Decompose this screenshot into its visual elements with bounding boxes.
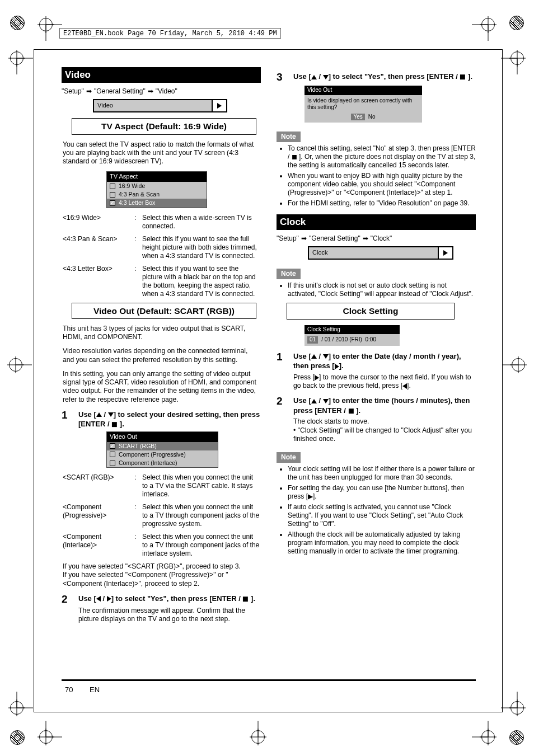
video-out-option-box: Video Out SCART (RGB) Component (Progres…	[106, 431, 218, 468]
checkbox-icon	[110, 461, 115, 466]
breadcrumb-clock: "Setup" ➡ "General Setting" ➡ "Clock"	[277, 234, 476, 243]
clock-step-1: 1 Use [ / ] to enter the Date (day / mon…	[277, 351, 476, 371]
checkbox-checked-icon	[110, 200, 115, 206]
breadcrumb-video: "Setup" ➡ "General Setting" ➡ "Video"	[62, 87, 261, 96]
print-registration-outer-bottom-right	[509, 730, 524, 745]
down-icon	[323, 399, 329, 403]
clock-setting-screenshot: Clock Setting 01/ 01 / 2010 (FRI) 0:00	[305, 325, 400, 346]
video-out-body-2: Video resolution varies depending on the…	[63, 347, 260, 364]
print-registration-outer-top-left	[10, 16, 25, 30]
note-label: Note	[277, 452, 301, 463]
note-item: Your clock setting will be lost if eithe…	[288, 465, 476, 482]
heading-tv-aspect: TV Aspect (Default: 16:9 Wide)	[72, 118, 256, 134]
mini-body-text: Is video displayed on screen correctly w…	[307, 97, 419, 111]
left-icon	[402, 383, 407, 389]
print-registration-inner-right	[510, 51, 524, 65]
breadcrumb-part-2: "General Setting"	[94, 87, 146, 96]
up-icon	[311, 399, 317, 403]
play-right-icon	[439, 247, 452, 259]
heading-clock-setting: Clock Setting	[287, 303, 455, 319]
note-item: For setting the day, you can use [the Nu…	[288, 484, 476, 501]
note-label: Note	[277, 269, 301, 279]
mini-no: No	[368, 114, 376, 121]
arrow-right-icon: ➡	[301, 234, 307, 243]
left-column: Video "Setup" ➡ "General Setting" ➡ "Vid…	[62, 67, 261, 629]
play-right-icon	[213, 100, 226, 111]
video-out-note: If you have selected "<SCART (RGB)>", pr…	[63, 562, 260, 588]
print-registration-outer-bottom-left	[10, 730, 25, 745]
step2-after-text: The confirmation message will appear. Co…	[78, 607, 260, 624]
print-registration-inner-left-bottom	[10, 701, 24, 715]
note-item: If auto clock setting is activated, you …	[288, 503, 476, 528]
print-registration-cross-bottom-mid	[251, 730, 265, 744]
print-registration-cross-bottom-right	[481, 730, 495, 744]
option-row: 16:9 Wide	[107, 182, 207, 190]
note-item: When you want to enjoy BD with high qual…	[288, 172, 476, 197]
note-item: For the HDMI setting, refer to "Video Re…	[288, 199, 476, 208]
up-icon	[311, 354, 317, 359]
option-label: 4:3 Pan & Scan	[119, 191, 160, 198]
step-3: 3 Use [ / ] to select "Yes", then press …	[277, 72, 476, 82]
breadcrumb-part-2: "General Setting"	[309, 234, 360, 243]
breadcrumb-part-1: "Setup"	[277, 234, 299, 243]
note-item: Although the clock will be automatically…	[288, 530, 476, 556]
setting-desc-row: <Component (Interlace)>:Select this when…	[63, 533, 260, 558]
breadcrumb-box-label: Clock	[309, 247, 439, 259]
option-label: 4:3 Letter Box	[119, 199, 155, 206]
mini-title: Clock Setting	[305, 325, 400, 335]
breadcrumb-part-3: "Video"	[156, 87, 177, 96]
clock-line-rest: / 01 / 2010 (FRI) 0:00	[321, 336, 376, 344]
up-icon	[96, 412, 102, 417]
video-out-confirm-screenshot: Video Out Is video displayed on screen c…	[305, 86, 422, 123]
right-column: 3 Use [ / ] to select "Yes", then press …	[277, 67, 476, 629]
note-item: If this unit's clock is not set or auto …	[288, 281, 476, 298]
mini-yes: Yes	[351, 114, 364, 121]
step-number: 2	[62, 594, 73, 604]
right-icon	[335, 364, 339, 369]
step-number: 1	[62, 410, 73, 429]
page-number: 70	[65, 685, 73, 694]
clock-day-highlight: 01	[307, 336, 318, 344]
checkbox-icon	[110, 452, 115, 457]
option-row: 4:3 Pan & Scan	[107, 190, 207, 199]
print-registration-inner-right-bottom	[510, 701, 524, 715]
print-registration-cross-top-left	[39, 18, 53, 31]
step-1: 1 Use [ / ] to select your desired setti…	[62, 410, 261, 429]
video-out-option-title: Video Out	[107, 432, 218, 442]
step-number: 2	[277, 396, 288, 415]
note-list: To cancel this setting, select "No" at s…	[279, 144, 476, 208]
arrow-right-icon: ➡	[86, 87, 92, 96]
clock-step1-after: Press [] to move the cursor to the next …	[293, 373, 475, 391]
option-label: Component (Progressive)	[119, 451, 186, 458]
setting-desc-row: <16:9 Wide>:Select this when a wide-scre…	[63, 214, 260, 231]
up-icon	[311, 75, 317, 79]
breadcrumb-part-3: "Clock"	[371, 234, 392, 243]
setting-desc-row: <4:3 Letter Box>:Select this if you want…	[63, 265, 260, 298]
section-title-video: Video	[62, 67, 261, 83]
step-text: Use [ / ] to enter the Date (day / month…	[293, 351, 476, 371]
step-number: 3	[277, 72, 288, 82]
down-icon	[323, 354, 329, 359]
video-out-body-3: In this setting, you can only arrange th…	[63, 370, 260, 404]
option-row: Component (Progressive)	[107, 450, 218, 459]
tv-aspect-option-title: TV Aspect	[107, 172, 207, 182]
step-2: 2 Use [ / ] to select "Yes", then press …	[62, 594, 261, 604]
video-out-body-1: This unit has 3 types of jacks for video…	[63, 325, 260, 342]
page-footer-rule	[62, 679, 476, 681]
step-text: Use [ / ] to enter the time (hours / min…	[293, 396, 476, 415]
page-content: Video "Setup" ➡ "General Setting" ➡ "Vid…	[62, 67, 476, 697]
breadcrumb-box-clock: Clock	[308, 246, 453, 260]
right-icon	[315, 375, 319, 381]
setting-desc-row: <4:3 Pan & Scan>:Select this if you want…	[63, 235, 260, 260]
step-number: 1	[277, 351, 288, 371]
breadcrumb-part-1: "Setup"	[62, 87, 84, 96]
clock-step-2: 2 Use [ / ] to enter the time (hours / m…	[277, 396, 476, 415]
setting-desc-row: <Component (Progressive)>:Select this wh…	[63, 503, 260, 528]
note-list: Your clock setting will be lost if eithe…	[279, 465, 476, 556]
print-registration-cross-top-right	[481, 18, 495, 31]
step-text: Use [ / ] to select "Yes", then press [E…	[293, 72, 476, 82]
print-registration-cross-mid-right	[512, 358, 525, 372]
print-registration-outer-top-right	[509, 16, 524, 30]
note-list: If this unit's clock is not set or auto …	[279, 281, 476, 298]
arrow-right-icon: ➡	[363, 234, 368, 243]
